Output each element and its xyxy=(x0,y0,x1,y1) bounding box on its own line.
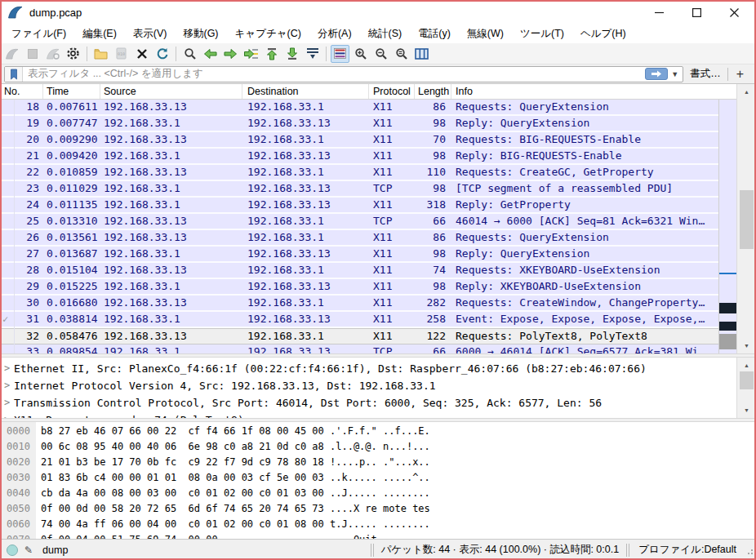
column-header-protocol[interactable]: Protocol xyxy=(369,84,415,99)
packet-row-26[interactable]: 260.013561192.168.33.13192.168.33.1X1186… xyxy=(0,230,718,247)
packet-row-23[interactable]: 230.011029192.168.33.1192.168.33.13TCP98… xyxy=(0,181,718,198)
minimize-button[interactable] xyxy=(640,0,678,24)
reload-file-button[interactable] xyxy=(153,45,171,63)
go-to-packet-button[interactable] xyxy=(242,45,260,63)
capture-options-button[interactable] xyxy=(64,45,82,63)
auto-scroll-button[interactable] xyxy=(303,45,322,63)
restart-capture-button[interactable] xyxy=(43,45,62,63)
detail-row-0[interactable]: >Ethernet II, Src: PlanexCo_f4:66:1f (00… xyxy=(0,360,735,377)
zoom-reset-button[interactable] xyxy=(392,45,411,63)
apply-filter-button[interactable] xyxy=(645,68,668,80)
packet-row-24[interactable]: 240.011135192.168.33.1192.168.33.13X1131… xyxy=(0,198,718,214)
packet-row-32[interactable]: 320.058476192.168.33.13192.168.33.1X1112… xyxy=(0,328,718,344)
expand-arrow-icon[interactable]: > xyxy=(4,360,10,377)
hex-bytes[interactable]: b8 27 eb 46 07 66 00 22 cf f4 66 1f 08 0… xyxy=(41,424,324,439)
resize-columns-button[interactable] xyxy=(412,45,431,63)
packet-row-33[interactable]: 330.089854192.168.33.1192.168.33.13TCP66… xyxy=(0,344,718,353)
menu-item-1[interactable]: 編集(E) xyxy=(74,24,125,43)
detail-scrollbar[interactable]: ▲ ▼ xyxy=(736,358,756,418)
go-back-button[interactable] xyxy=(201,45,220,63)
go-forward-button[interactable] xyxy=(221,45,240,63)
detail-row-1[interactable]: >Internet Protocol Version 4, Src: 192.1… xyxy=(0,377,735,394)
hex-ascii[interactable]: ....Quit .. xyxy=(330,532,394,539)
menu-item-6[interactable]: 統計(S) xyxy=(360,24,411,43)
column-header-time[interactable]: Time xyxy=(43,84,100,99)
hex-row-0070[interactable]: 00700f 00 04 00 51 75 69 74 00 00....Qui… xyxy=(0,532,756,539)
menu-item-9[interactable]: ツール(T) xyxy=(512,24,572,43)
intelligent-scrollbar-minimap[interactable] xyxy=(718,100,736,353)
scrollbar-up-arrow[interactable]: ▲ xyxy=(737,359,756,371)
menu-item-8[interactable]: 無線(W) xyxy=(459,24,512,43)
column-header-info[interactable]: Info xyxy=(451,84,738,99)
expand-arrow-icon[interactable]: > xyxy=(4,394,10,411)
close-file-button[interactable] xyxy=(132,45,151,63)
expert-info-icon[interactable] xyxy=(7,544,18,556)
add-filter-button[interactable]: + xyxy=(728,67,752,82)
hex-ascii[interactable]: .'.F.f." ..f...E. xyxy=(330,424,430,439)
hex-ascii[interactable]: ..k..... .....^.. xyxy=(330,470,430,486)
packet-row-27[interactable]: 270.013687192.168.33.1192.168.33.13X1198… xyxy=(0,247,718,263)
column-header-no[interactable]: No. xyxy=(0,84,43,99)
hex-row-0010[interactable]: 001000 6c 08 95 40 00 40 06 6e 98 c0 a8 … xyxy=(0,439,756,455)
save-file-button[interactable]: 010 xyxy=(112,45,131,63)
scrollbar-up-arrow[interactable]: ▲ xyxy=(737,86,756,98)
stop-capture-button[interactable] xyxy=(23,45,42,63)
hex-bytes[interactable]: 21 01 b3 be 17 70 0b fc c9 22 f7 9d c9 7… xyxy=(41,455,324,470)
hex-ascii[interactable]: .l..@.@. n...!... xyxy=(330,439,430,455)
hex-bytes[interactable]: 00 6c 08 95 40 00 40 06 6e 98 c0 a8 21 0… xyxy=(41,439,324,455)
colorize-button[interactable] xyxy=(331,45,349,63)
menu-item-5[interactable]: 分析(A) xyxy=(309,24,360,43)
column-header-destination[interactable]: Destination xyxy=(242,84,369,99)
packet-row-18[interactable]: 180.007611192.168.33.13192.168.33.1X1186… xyxy=(0,100,718,116)
zoom-out-button[interactable] xyxy=(371,45,390,63)
hex-ascii[interactable]: !....p.. ."...x.. xyxy=(330,455,430,470)
close-button[interactable] xyxy=(715,0,753,24)
hex-ascii[interactable]: ....X re mote tes xyxy=(330,501,430,517)
menu-item-2[interactable]: 表示(V) xyxy=(125,24,176,43)
hex-bytes[interactable]: cb da 4a 00 08 00 03 00 c0 01 02 00 c0 0… xyxy=(41,486,324,501)
hex-bytes[interactable]: 74 00 4a ff 06 00 04 00 c0 01 02 00 c0 0… xyxy=(41,517,324,532)
menu-item-7[interactable]: 電話(y) xyxy=(410,24,459,43)
expand-arrow-icon[interactable]: > xyxy=(4,411,10,418)
expand-arrow-icon[interactable]: > xyxy=(4,377,10,394)
scrollbar-thumb[interactable] xyxy=(740,371,754,389)
menu-item-4[interactable]: キャプチャ(C) xyxy=(227,24,309,43)
scrollbar-thumb[interactable] xyxy=(740,190,754,249)
scrollbar-down-arrow[interactable]: ▼ xyxy=(737,404,756,416)
detail-row-3[interactable]: >X11, Request, opcode: 74 (PolyText8) xyxy=(0,411,735,418)
packet-list-scrollbar[interactable]: ▲ ▼ xyxy=(736,84,756,353)
filter-expression-button[interactable]: 書式… xyxy=(690,67,721,81)
capture-comment-icon[interactable]: ✎ xyxy=(24,544,33,556)
column-header-length[interactable]: Length xyxy=(415,84,451,99)
menu-item-3[interactable]: 移動(G) xyxy=(175,24,226,43)
packet-row-21[interactable]: 210.009420192.168.33.1192.168.33.13X1198… xyxy=(0,149,718,165)
packet-row-28[interactable]: 280.015104192.168.33.13192.168.33.1X1174… xyxy=(0,263,718,279)
resize-grip[interactable] xyxy=(745,546,753,554)
display-filter-input[interactable]: 表示フィルタ ... <Ctrl-/> を適用します ▼ xyxy=(4,66,683,82)
packet-row-25[interactable]: 250.013310192.168.33.13192.168.33.1TCP66… xyxy=(0,214,718,230)
go-to-top-button[interactable] xyxy=(262,45,281,63)
packet-row-30[interactable]: 300.016680192.168.33.13192.168.33.1X1128… xyxy=(0,296,718,312)
hex-row-0000[interactable]: 0000b8 27 eb 46 07 66 00 22 cf f4 66 1f … xyxy=(0,424,756,439)
menu-item-10[interactable]: ヘルプ(H) xyxy=(572,24,634,43)
hex-row-0040[interactable]: 0040cb da 4a 00 08 00 03 00 c0 01 02 00 … xyxy=(0,486,756,501)
filter-bookmark-button[interactable] xyxy=(5,67,23,82)
start-capture-button[interactable] xyxy=(2,45,21,63)
packet-row-19[interactable]: 190.007747192.168.33.1192.168.33.13X1198… xyxy=(0,116,718,132)
packet-row-20[interactable]: 200.009290192.168.33.13192.168.33.1X1170… xyxy=(0,132,718,149)
hex-bytes[interactable]: 0f 00 0d 00 58 20 72 65 6d 6f 74 65 20 7… xyxy=(41,501,324,517)
packet-row-31[interactable]: ✓310.038814192.168.33.1192.168.33.13X112… xyxy=(0,312,718,328)
filter-dropdown-caret[interactable]: ▼ xyxy=(669,70,683,78)
open-file-button[interactable] xyxy=(91,45,110,63)
hex-bytes[interactable]: 0f 00 04 00 51 75 69 74 00 00 xyxy=(41,532,218,539)
status-profile[interactable]: プロファイル:Default xyxy=(630,543,745,557)
hex-ascii[interactable]: ..J..... ........ xyxy=(330,486,430,501)
hex-row-0030[interactable]: 003001 83 6b c4 00 00 01 01 08 0a 00 03 … xyxy=(0,470,756,486)
packet-row-29[interactable]: 290.015225192.168.33.1192.168.33.13X1198… xyxy=(0,279,718,296)
scrollbar-down-arrow[interactable]: ▼ xyxy=(737,340,756,352)
menu-item-0[interactable]: ファイル(F) xyxy=(3,24,74,43)
detail-row-2[interactable]: >Transmission Control Protocol, Src Port… xyxy=(0,394,735,411)
zoom-in-button[interactable] xyxy=(351,45,370,63)
packet-row-22[interactable]: 220.010859192.168.33.13192.168.33.1X1111… xyxy=(0,165,718,181)
hex-bytes[interactable]: 01 83 6b c4 00 00 01 01 08 0a 00 03 cf 5… xyxy=(41,470,324,486)
